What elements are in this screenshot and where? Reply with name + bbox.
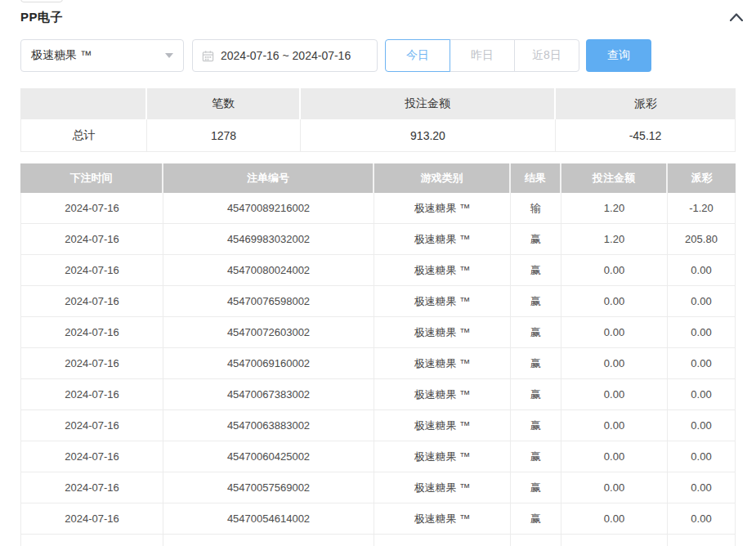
cell-payout: -1.20 bbox=[668, 193, 736, 224]
cell-result: 赢 bbox=[511, 441, 561, 472]
chevron-up-icon[interactable] bbox=[730, 13, 743, 21]
page-title: PP电子 bbox=[20, 10, 63, 25]
cell-game-type: 极速糖果 ™ bbox=[374, 441, 511, 472]
cell-result: 赢 bbox=[511, 503, 561, 535]
bets-table: 下注时间 注单编号 游戏类别 结果 投注金额 派彩 2024-07-16 454… bbox=[20, 163, 736, 546]
cell-bet-amount: 1.20 bbox=[561, 193, 668, 224]
table-row: 2024-07-16 45470069160002 极速糖果 ™ 赢 0.00 … bbox=[20, 348, 736, 379]
cell-game-type: 极速糖果 ™ bbox=[374, 224, 511, 255]
summary-total-payout: -45.12 bbox=[556, 119, 736, 152]
cell-game-type: 极速糖果 ™ bbox=[374, 286, 511, 317]
cell-game-type: 极速糖果 ™ bbox=[374, 379, 511, 410]
cell-bet-amount: 0.00 bbox=[561, 472, 668, 503]
cell-payout: 0.00 bbox=[668, 255, 736, 286]
cell-bet-amount: 1.20 bbox=[561, 224, 668, 255]
quick-range-today-button[interactable]: 今日 bbox=[385, 39, 450, 72]
cell-payout: 0.00 bbox=[668, 472, 736, 503]
col-header-payout: 派彩 bbox=[668, 163, 736, 193]
bets-table-header: 下注时间 注单编号 游戏类别 结果 投注金额 派彩 bbox=[20, 163, 736, 193]
cell-bet-time: 2024-07-16 bbox=[20, 472, 163, 503]
cell-bet-amount: 0.00 bbox=[561, 348, 668, 379]
cell-bet-time: 2024-07-16 bbox=[20, 224, 163, 255]
table-row: 2024-07-16 45470089216002 极速糖果 ™ 输 1.20 … bbox=[20, 193, 736, 224]
table-row: 2024-07-16 45470054614002 极速糖果 ™ 赢 0.00 … bbox=[20, 503, 736, 535]
col-header-game-type: 游戏类别 bbox=[374, 163, 511, 193]
filter-bar: 极速糖果 ™ 2024-07-16 ~ 2024-07-16 今日 昨日 近8日… bbox=[20, 39, 756, 72]
cell-bet-amount: 0.00 bbox=[561, 286, 668, 317]
cell-bet-amount: 0.00 bbox=[561, 255, 668, 286]
calendar-icon bbox=[202, 50, 214, 62]
cell-bet-amount: 0.00 bbox=[561, 379, 668, 410]
cell-bet-amount: 0.00 bbox=[561, 410, 668, 441]
cell-bet-id: 45470067383002 bbox=[163, 379, 374, 410]
cell-payout: 0.00 bbox=[668, 410, 736, 441]
cell-result: 赢 bbox=[511, 379, 561, 410]
date-range-value: 2024-07-16 ~ 2024-07-16 bbox=[221, 49, 351, 62]
cell-bet-time: 2024-07-16 bbox=[20, 410, 163, 441]
cell-game-type: 极速糖果 ™ bbox=[374, 410, 511, 441]
cell-result: 赢 bbox=[511, 410, 561, 441]
table-row: 2024-07-16 45470072603002 极速糖果 ™ 赢 0.00 … bbox=[20, 317, 736, 348]
table-row: 2024-07-16 45470076598002 极速糖果 ™ 赢 0.00 … bbox=[20, 286, 736, 317]
summary-header-count: 笔数 bbox=[147, 88, 301, 119]
col-header-bet-amount: 投注金额 bbox=[561, 163, 668, 193]
cell-result: 赢 bbox=[511, 286, 561, 317]
bets-table-body: 2024-07-16 45470089216002 极速糖果 ™ 输 1.20 … bbox=[20, 193, 736, 535]
table-row: 2024-07-16 45470063883002 极速糖果 ™ 赢 0.00 … bbox=[20, 410, 736, 441]
summary-total-row: 总计 1278 913.20 -45.12 bbox=[20, 119, 736, 152]
betting-records-panel: PP电子 极速糖果 ™ 2024-07-16 ~ 2024-07-16 bbox=[0, 0, 756, 546]
table-row: 2024-07-16 45470067383002 极速糖果 ™ 赢 0.00 … bbox=[20, 379, 736, 410]
cell-bet-amount bbox=[561, 535, 668, 546]
search-button[interactable]: 查询 bbox=[586, 39, 651, 72]
cell-payout: 205.80 bbox=[668, 224, 736, 255]
cell-bet-id: 45470060425002 bbox=[163, 441, 374, 472]
date-range-picker[interactable]: 2024-07-16 ~ 2024-07-16 bbox=[192, 39, 378, 72]
summary-total-count: 1278 bbox=[147, 119, 301, 152]
summary-header-empty bbox=[20, 88, 147, 119]
cell-bet-amount: 0.00 bbox=[561, 441, 668, 472]
table-row: 2024-07-16 45470080024002 极速糖果 ™ 赢 0.00 … bbox=[20, 255, 736, 286]
cell-result: 赢 bbox=[511, 255, 561, 286]
cell-bet-id: 45470072603002 bbox=[163, 317, 374, 348]
table-row: 2024-07-16 45469983032002 极速糖果 ™ 赢 1.20 … bbox=[20, 224, 736, 255]
cell-bet-id: 45470069160002 bbox=[163, 348, 374, 379]
cell-bet-amount: 0.00 bbox=[561, 503, 668, 535]
cell-game-type bbox=[374, 535, 511, 546]
cell-game-type: 极速糖果 ™ bbox=[374, 193, 511, 224]
table-row-partial bbox=[20, 535, 736, 546]
cell-result: 赢 bbox=[511, 224, 561, 255]
cell-result bbox=[511, 535, 561, 546]
cell-payout: 0.00 bbox=[668, 348, 736, 379]
cell-result: 赢 bbox=[511, 348, 561, 379]
cell-payout: 0.00 bbox=[668, 317, 736, 348]
cell-bet-time: 2024-07-16 bbox=[20, 503, 163, 535]
caret-down-icon bbox=[165, 53, 173, 58]
cell-bet-id: 45470089216002 bbox=[163, 193, 374, 224]
cell-payout: 0.00 bbox=[668, 379, 736, 410]
cell-game-type: 极速糖果 ™ bbox=[374, 503, 511, 535]
col-header-result: 结果 bbox=[511, 163, 561, 193]
col-header-bet-id: 注单编号 bbox=[163, 163, 374, 193]
cell-bet-time: 2024-07-16 bbox=[20, 317, 163, 348]
quick-range-group: 今日 昨日 近8日 bbox=[385, 39, 579, 72]
cell-game-type: 极速糖果 ™ bbox=[374, 255, 511, 286]
panel-header: PP电子 bbox=[0, 0, 756, 26]
cell-payout: 0.00 bbox=[668, 503, 736, 535]
cell-bet-id: 45469983032002 bbox=[163, 224, 374, 255]
cell-game-type: 极速糖果 ™ bbox=[374, 472, 511, 503]
cell-bet-time: 2024-07-16 bbox=[20, 193, 163, 224]
cell-payout: 0.00 bbox=[668, 441, 736, 472]
cell-bet-amount: 0.00 bbox=[561, 317, 668, 348]
cell-bet-time: 2024-07-16 bbox=[20, 255, 163, 286]
cell-game-type: 极速糖果 ™ bbox=[374, 317, 511, 348]
cell-bet-time bbox=[20, 535, 163, 546]
table-row: 2024-07-16 45470060425002 极速糖果 ™ 赢 0.00 … bbox=[20, 441, 736, 472]
cell-bet-id: 45470057569002 bbox=[163, 472, 374, 503]
quick-range-last8days-button[interactable]: 近8日 bbox=[514, 39, 579, 72]
summary-header-row: 笔数 投注金额 派彩 bbox=[20, 88, 736, 119]
quick-range-yesterday-button[interactable]: 昨日 bbox=[450, 39, 515, 72]
cell-result: 赢 bbox=[511, 472, 561, 503]
cell-bet-id bbox=[163, 535, 374, 546]
game-select[interactable]: 极速糖果 ™ bbox=[20, 39, 184, 72]
cell-game-type: 极速糖果 ™ bbox=[374, 348, 511, 379]
